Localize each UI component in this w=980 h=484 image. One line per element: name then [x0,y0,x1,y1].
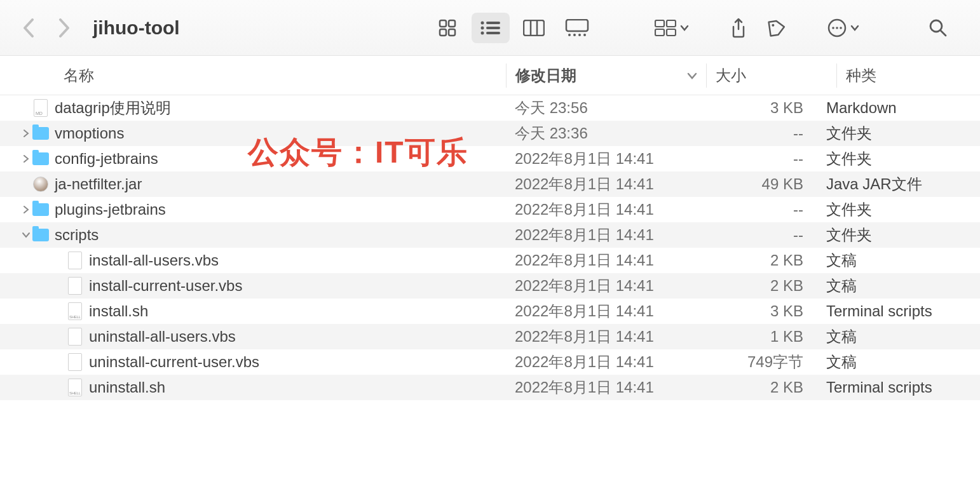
forward-button[interactable] [57,18,70,37]
file-name: uninstall-current-user.vbs [89,353,259,371]
column-header-kind[interactable]: 种类 [846,65,980,86]
file-kind: 文件夹 [817,199,980,220]
file-row[interactable]: scripts2022年8月1日 14:41--文件夹 [0,222,980,248]
disclosure-triangle[interactable] [20,129,32,138]
column-header-size[interactable]: 大小 [716,65,836,86]
file-kind: Terminal scripts [817,302,980,320]
file-size: 2 KB [697,277,817,295]
file-row[interactable]: uninstall.sh2022年8月1日 14:412 KBTerminal … [0,375,980,400]
file-kind: 文稿 [817,276,980,296]
column-header-name[interactable]: 名称 [0,65,506,86]
file-row[interactable]: vmoptions今天 23:36--文件夹 [0,121,980,146]
view-mode-group [428,13,596,43]
file-row[interactable]: datagrip使用说明今天 23:563 KBMarkdown [0,95,980,121]
svg-point-8 [481,31,484,34]
file-row[interactable]: uninstall-current-user.vbs2022年8月1日 14:4… [0,349,980,375]
svg-rect-19 [667,20,676,27]
file-icon [68,252,82,269]
column-view-button[interactable] [515,13,553,43]
file-kind: 文稿 [817,352,980,372]
svg-rect-5 [486,22,500,24]
file-row[interactable]: install-current-user.vbs2022年8月1日 14:412… [0,273,980,299]
column-divider [706,64,707,88]
folder-icon [32,127,49,140]
file-date: 今天 23:56 [506,98,697,118]
jar-icon [33,177,48,192]
file-name: uninstall.sh [89,379,165,396]
file-date: 2022年8月1日 14:41 [506,199,697,220]
svg-point-22 [772,24,775,27]
file-date: 2022年8月1日 14:41 [506,174,697,194]
folder-icon [32,152,49,165]
file-date: 2022年8月1日 14:41 [506,301,697,321]
file-size: -- [697,226,817,244]
more-actions-button[interactable] [819,13,868,43]
back-button[interactable] [23,18,36,37]
file-size: -- [697,201,817,218]
shell-file-icon [68,379,82,396]
svg-rect-0 [440,20,446,27]
disclosure-triangle[interactable] [20,154,32,163]
column-divider [506,64,507,88]
file-size: 3 KB [697,99,817,117]
file-kind: 文件夹 [817,123,980,144]
svg-point-25 [836,27,838,29]
column-header-date[interactable]: 修改日期 [515,65,706,86]
window-title: jihuo-tool [93,17,180,39]
svg-rect-1 [449,20,455,27]
file-date: 2022年8月1日 14:41 [506,352,697,372]
svg-point-26 [840,27,842,29]
toolbar: jihuo-tool [0,0,980,56]
file-name: install-all-users.vbs [89,252,219,269]
svg-point-17 [583,34,586,36]
file-kind: 文件夹 [817,149,980,169]
svg-rect-10 [524,20,544,36]
share-button[interactable] [719,13,758,43]
shell-file-icon [68,302,82,320]
file-name: install.sh [89,302,148,320]
file-row[interactable]: ja-netfilter.jar2022年8月1日 14:4149 KBJava… [0,171,980,197]
file-row[interactable]: install.sh2022年8月1日 14:413 KBTerminal sc… [0,299,980,324]
svg-rect-9 [486,32,500,34]
file-row[interactable]: plugins-jetbrains2022年8月1日 14:41--文件夹 [0,197,980,222]
disclosure-triangle[interactable] [20,205,32,214]
file-size: 2 KB [697,252,817,269]
file-name: ja-netfilter.jar [55,175,142,193]
svg-point-16 [578,34,581,36]
file-kind: Terminal scripts [817,379,980,396]
svg-rect-2 [440,29,446,36]
folder-icon [32,229,49,241]
file-date: 2022年8月1日 14:41 [506,149,697,169]
file-row[interactable]: uninstall-all-users.vbs2022年8月1日 14:411 … [0,324,980,349]
svg-point-4 [481,21,484,24]
markdown-file-icon [34,99,48,117]
file-date: 今天 23:36 [506,123,697,144]
file-size: 3 KB [697,302,817,320]
file-date: 2022年8月1日 14:41 [506,225,697,245]
svg-rect-21 [667,29,676,36]
search-button[interactable] [919,13,957,43]
file-name: install-current-user.vbs [89,277,242,295]
group-by-button[interactable] [647,13,697,43]
column-divider [836,64,837,88]
file-date: 2022年8月1日 14:41 [506,377,697,398]
file-date: 2022年8月1日 14:41 [506,250,697,271]
file-row[interactable]: install-all-users.vbs2022年8月1日 14:412 KB… [0,248,980,273]
icon-view-button[interactable] [428,13,466,43]
file-kind: Markdown [817,99,980,117]
file-size: 749字节 [697,352,817,372]
file-name: plugins-jetbrains [55,201,166,218]
file-size: 2 KB [697,379,817,396]
tags-button[interactable] [758,13,796,43]
chevron-down-icon [850,25,859,31]
file-icon [68,277,82,295]
file-date: 2022年8月1日 14:41 [506,276,697,296]
svg-point-15 [573,34,576,36]
file-name: datagrip使用说明 [55,98,171,118]
file-size: -- [697,150,817,168]
disclosure-triangle[interactable] [20,232,32,238]
file-row[interactable]: config-jetbrains2022年8月1日 14:41--文件夹 [0,146,980,171]
gallery-view-button[interactable] [558,13,596,43]
svg-rect-7 [486,27,500,29]
list-view-button[interactable] [472,13,510,43]
